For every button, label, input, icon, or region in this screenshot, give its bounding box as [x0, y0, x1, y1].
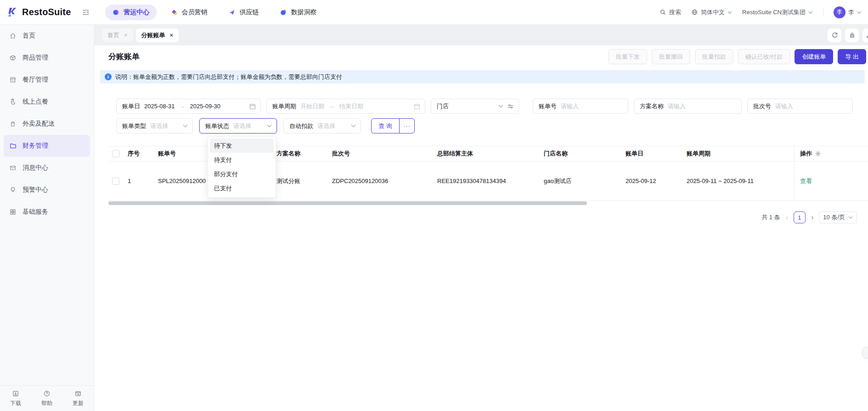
- language-switcher[interactable]: 简体中文: [691, 8, 732, 17]
- sidebar: 首页 商品管理 餐厅管理 线上点餐 外卖及配送 财务管理 消息: [0, 25, 94, 411]
- sidebar-item-home[interactable]: 首页: [4, 25, 90, 47]
- sidebar-item-delivery[interactable]: 外卖及配送: [4, 113, 90, 135]
- filter-label: 门店: [431, 102, 453, 111]
- filter-label: 自动扣款: [284, 122, 317, 130]
- filter-label: 账单状态: [200, 122, 233, 130]
- avatar: 李: [834, 6, 845, 18]
- expand-button[interactable]: [862, 28, 868, 42]
- batch-withdraw-button[interactable]: 批量撤回: [652, 49, 690, 64]
- sidebar-item-label: 餐厅管理: [23, 76, 48, 84]
- topnav-operations[interactable]: 营运中心: [105, 5, 157, 20]
- query-button[interactable]: 查 询: [372, 119, 399, 133]
- batch-no-input[interactable]: 批次号 请输入: [747, 99, 853, 114]
- refresh-icon: [831, 32, 838, 39]
- sidebar-collapse-icon[interactable]: [82, 9, 90, 16]
- batch-issue-button[interactable]: 批量下发: [609, 49, 647, 64]
- tab-home[interactable]: 首页 ×: [102, 28, 133, 42]
- sidebar-item-messages[interactable]: 消息中心: [4, 157, 90, 179]
- sidebar-item-finance[interactable]: 财务管理: [4, 135, 90, 157]
- tab-strip-actions: [828, 28, 864, 42]
- globe-icon: [691, 9, 698, 16]
- filter-label: 账单号: [533, 102, 561, 111]
- sidebar-item-online-ordering[interactable]: 线上点餐: [4, 91, 90, 113]
- tab-split-bills[interactable]: 分账账单 ×: [136, 28, 179, 42]
- chevron-down-icon: [267, 124, 272, 128]
- box-icon: [9, 54, 17, 61]
- chevron-down-icon: [727, 11, 732, 14]
- store-select[interactable]: 门店: [431, 99, 519, 114]
- home-icon: [9, 32, 17, 39]
- dropdown-option-pending-issue[interactable]: 待下发: [210, 139, 274, 153]
- auto-debit-select[interactable]: 自动扣款 请选择: [283, 118, 361, 133]
- more-actions-button[interactable]: ···: [399, 119, 414, 133]
- close-icon[interactable]: ×: [124, 32, 128, 39]
- topnav-supply-chain[interactable]: 供应链: [221, 5, 266, 20]
- page-title: 分账账单: [108, 51, 140, 62]
- date-end-placeholder: 结束日期: [339, 102, 363, 111]
- cell-index: 1: [124, 178, 154, 184]
- org-switcher[interactable]: RestoSuite CN测试集团: [742, 8, 813, 17]
- topnav-data-insight[interactable]: 数据洞察: [272, 5, 324, 20]
- main-content: 分账账单 批量下发 批量撤回 批量扣款 确认已收/付款 创建账单 导 出 i 说…: [94, 45, 868, 411]
- sidebar-item-alerts[interactable]: 预警中心: [4, 179, 90, 201]
- prev-page-button[interactable]: ‹: [785, 213, 789, 222]
- topnav-label: 会员营销: [181, 8, 207, 17]
- row-checkbox[interactable]: [112, 178, 119, 185]
- export-button[interactable]: 导 出: [838, 49, 866, 64]
- global-search[interactable]: 搜索: [659, 8, 681, 17]
- topnav-label: 供应链: [239, 8, 259, 17]
- refresh-button[interactable]: [828, 28, 841, 42]
- chevron-down-icon: [183, 124, 188, 128]
- bill-no-input[interactable]: 账单号 请输入: [533, 99, 628, 114]
- sidebar-item-label: 首页: [23, 32, 35, 40]
- update-button[interactable]: 更新: [62, 390, 94, 407]
- view-link[interactable]: 查看: [800, 177, 812, 185]
- sidebar-item-label: 消息中心: [23, 164, 48, 172]
- search-label: 搜索: [669, 8, 681, 17]
- filter-label: 账单周期: [267, 102, 300, 111]
- confirm-payment-button[interactable]: 确认已收/付款: [738, 49, 790, 64]
- total-count: 共 1 条: [761, 213, 780, 222]
- chevron-down-icon: [848, 216, 853, 219]
- sidebar-item-products[interactable]: 商品管理: [4, 47, 90, 69]
- select-all-checkbox[interactable]: [112, 150, 119, 157]
- tab-label: 首页: [107, 31, 119, 39]
- column-settings-gear-icon[interactable]: [815, 150, 821, 157]
- broom-icon: [849, 32, 856, 39]
- bill-date-range-picker[interactable]: 账单日 2025-08-31 → 2025-09-30: [116, 99, 261, 114]
- close-icon[interactable]: ×: [170, 32, 174, 39]
- page-size-select[interactable]: 10 条/页: [819, 211, 857, 223]
- floating-helper-button[interactable]: [862, 346, 868, 358]
- download-button[interactable]: 下载: [0, 390, 31, 407]
- dropdown-option-pending-payment[interactable]: 待支付: [210, 153, 274, 167]
- bill-period-range-picker[interactable]: 账单周期 开始日期 → 结束日期: [266, 99, 425, 114]
- input-placeholder: 请输入: [668, 102, 741, 111]
- language-label: 简体中文: [701, 8, 725, 17]
- sidebar-item-basic-services[interactable]: 基础服务: [4, 201, 90, 223]
- bill-status-select[interactable]: 账单状态 请选择: [199, 118, 277, 133]
- sidebar-item-label: 财务管理: [23, 142, 48, 150]
- store-filter-icon[interactable]: [507, 103, 514, 110]
- col-actions: 操作: [800, 150, 812, 158]
- folder-icon: [9, 142, 17, 150]
- topnav-membership[interactable]: 会员营销: [163, 5, 214, 20]
- clear-cache-button[interactable]: [845, 28, 859, 42]
- help-icon: [43, 390, 51, 397]
- brand-logo[interactable]: RestoSuite: [6, 6, 71, 18]
- user-menu[interactable]: 李 李: [834, 6, 862, 18]
- horizontal-scrollbar[interactable]: [108, 201, 587, 205]
- batch-debit-button[interactable]: 批量扣款: [695, 49, 733, 64]
- plan-name-input[interactable]: 方案名称 请输入: [634, 99, 742, 114]
- dropdown-option-paid[interactable]: 已支付: [210, 181, 274, 195]
- tap-icon: [9, 98, 17, 106]
- membership-icon: [170, 9, 178, 16]
- dropdown-option-partially-paid[interactable]: 部分支付: [210, 167, 274, 181]
- pagination: 共 1 条 ‹ 1 › 10 条/页: [761, 211, 857, 223]
- help-button[interactable]: 帮助: [31, 390, 62, 407]
- create-bill-button[interactable]: 创建账单: [795, 49, 833, 64]
- sidebar-item-restaurant[interactable]: 餐厅管理: [4, 69, 90, 91]
- next-page-button[interactable]: ›: [810, 213, 814, 222]
- expand-icon: [866, 32, 868, 39]
- page-number-button[interactable]: 1: [794, 211, 806, 223]
- bill-type-select[interactable]: 账单类型 请选择: [116, 118, 193, 133]
